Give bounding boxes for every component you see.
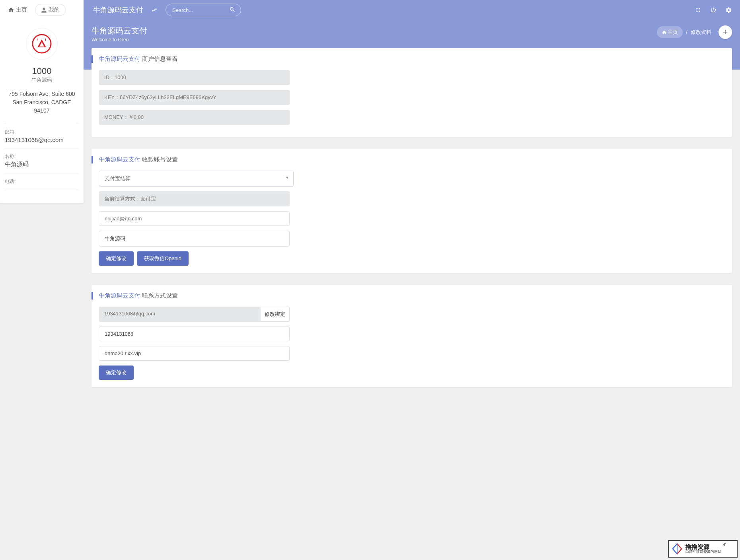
nav-mine[interactable]: 我的 — [35, 4, 66, 16]
nav-home-label: 主页 — [16, 6, 27, 14]
name-value: 牛角源码 — [5, 161, 79, 168]
user-icon — [41, 7, 47, 13]
topbar: 主页 我的 牛角源码云支付 — [0, 0, 740, 20]
card-title: 牛角源码云支付 商户信息查看 — [92, 55, 725, 63]
page-title: 牛角源码云支付 — [92, 25, 147, 36]
topbar-right — [695, 7, 740, 14]
card-payment-settings: 牛角源码云支付 收款账号设置 支付宝结算 当前结算方式：支付宝 niujiao@… — [92, 149, 732, 273]
confirm-modify-button[interactable]: 确定修改 — [99, 251, 134, 266]
home-icon — [8, 7, 14, 13]
card-title: 牛角源码云支付 联系方式设置 — [92, 292, 725, 299]
email-group: 1934131068@qq.com 修改绑定 — [99, 307, 290, 322]
divider — [5, 148, 79, 148]
email-value: 1934131068@qq.com — [5, 136, 79, 143]
card-contact-settings: 牛角源码云支付 联系方式设置 1934131068@qq.com 修改绑定 19… — [92, 285, 732, 387]
swap-icon[interactable] — [151, 7, 158, 13]
merchant-id: ID：1000 — [99, 70, 290, 85]
nav-mine-label: 我的 — [49, 6, 60, 14]
search-wrap — [166, 4, 241, 16]
logo-icon — [32, 34, 52, 54]
user-id: 1000 — [0, 66, 84, 76]
page-header: 牛角源码云支付 Welcome to Oreo 主页 / 修改资料 + — [84, 20, 740, 48]
add-button[interactable]: + — [719, 25, 732, 39]
breadcrumb-current: 修改资料 — [691, 29, 711, 36]
card-title: 牛角源码云支付 收款账号设置 — [92, 156, 725, 163]
contact-qq-input[interactable]: 1934131068 — [99, 327, 290, 341]
power-icon[interactable] — [710, 7, 717, 13]
payment-email-input[interactable]: niujiao@qq.com — [99, 211, 290, 226]
home-icon — [662, 30, 667, 35]
nav-home[interactable]: 主页 — [8, 6, 27, 14]
divider — [5, 173, 79, 173]
modify-binding-button[interactable]: 修改绑定 — [261, 307, 290, 322]
contact-domain-input[interactable]: demo20.rlxx.vip — [99, 346, 290, 361]
payment-name-input[interactable]: 牛角源码 — [99, 231, 290, 247]
page-subtitle: Welcome to Oreo — [92, 37, 147, 43]
phone-label: 电话: — [5, 178, 79, 185]
brand-title: 牛角源码云支付 — [93, 5, 143, 15]
current-settlement: 当前结算方式：支付宝 — [99, 191, 290, 206]
get-wechat-openid-button[interactable]: 获取微信Openid — [137, 251, 189, 266]
settlement-select[interactable]: 支付宝结算 — [99, 171, 294, 187]
card-merchant-info: 牛角源码云支付 商户信息查看 ID：1000 KEY：66YDZ4z6y62yL… — [92, 48, 732, 137]
sidebar: 1000 牛角源码 795 Folsom Ave, Suite 600 San … — [0, 20, 84, 203]
user-nick: 牛角源码 — [0, 76, 84, 84]
divider — [5, 123, 79, 123]
breadcrumb-home[interactable]: 主页 — [657, 26, 683, 38]
user-addr2: San Francisco, CADGE 94107 — [0, 98, 84, 115]
confirm-modify-button[interactable]: 确定修改 — [99, 366, 134, 380]
topnav-left: 主页 我的 — [0, 0, 84, 20]
breadcrumb-sep: / — [686, 29, 687, 35]
divider — [5, 190, 79, 190]
user-addr1: 795 Folsom Ave, Suite 600 — [0, 90, 84, 98]
merchant-key: KEY：66YDZ4z6y62yLLh22ELgME9E696KgyvY — [99, 90, 290, 105]
name-label: 名称: — [5, 153, 79, 160]
fullscreen-icon[interactable] — [695, 7, 701, 13]
main: 牛角源码云支付 Welcome to Oreo 主页 / 修改资料 + 牛角源码… — [84, 0, 740, 387]
breadcrumb: 主页 / 修改资料 + — [657, 25, 732, 39]
contact-email: 1934131068@qq.com — [99, 307, 261, 322]
gear-icon[interactable] — [725, 7, 732, 14]
search-icon[interactable] — [229, 6, 236, 13]
avatar — [26, 28, 58, 60]
merchant-money: MONEY：￥0.00 — [99, 110, 290, 125]
email-label: 邮箱: — [5, 129, 79, 136]
